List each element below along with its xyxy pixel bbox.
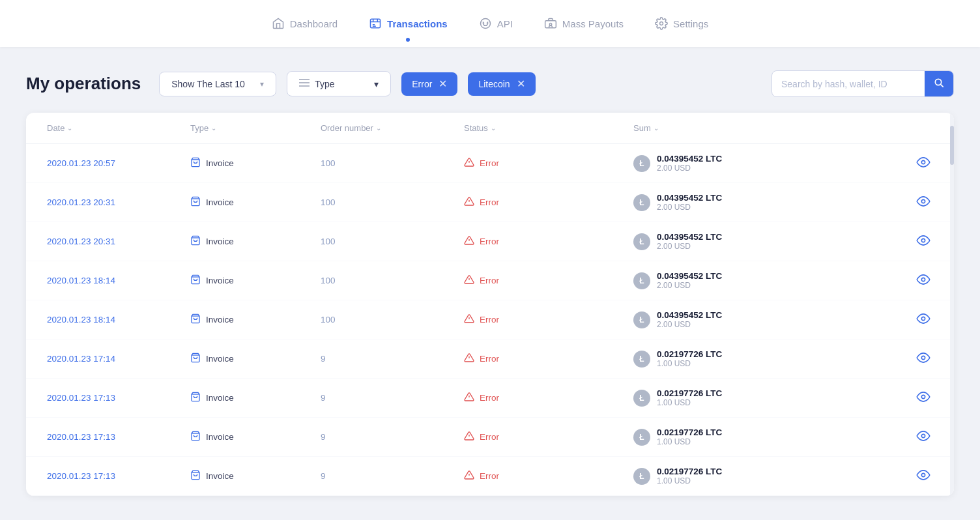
- view-button-5[interactable]: [914, 349, 933, 369]
- view-button-2[interactable]: [914, 231, 933, 252]
- cell-date-7: 2020.01.23 17:13: [47, 432, 190, 442]
- sum-primary-7: 0.02197726 LTC: [657, 427, 722, 437]
- ltc-coin-icon: Ł: [633, 429, 650, 446]
- cell-status-5: Error: [464, 353, 633, 365]
- scrollbar-track[interactable]: [950, 113, 954, 496]
- cell-order-7: 9: [321, 432, 464, 442]
- sort-type-icon[interactable]: ⌄: [211, 124, 216, 132]
- sum-secondary-3: 2.00 USD: [657, 281, 722, 290]
- litecoin-filter-chip[interactable]: Litecoin ✕: [468, 72, 535, 96]
- svg-point-21: [921, 238, 925, 242]
- api-icon: [479, 17, 492, 30]
- nav-item-transactions[interactable]: Transactions: [369, 17, 448, 30]
- sort-order-icon[interactable]: ⌄: [376, 124, 381, 132]
- view-button-3[interactable]: [914, 270, 933, 291]
- list-icon: [299, 78, 310, 89]
- nav-label-dashboard: Dashboard: [290, 18, 338, 29]
- search-button[interactable]: [925, 71, 953, 96]
- cell-date-3: 2020.01.23 18:14: [47, 276, 190, 285]
- cell-type-5: Invoice: [190, 353, 321, 365]
- sum-secondary-0: 2.00 USD: [657, 164, 722, 173]
- sum-primary-2: 0.04395452 LTC: [657, 232, 722, 242]
- col-header-status: Status ⌄: [464, 123, 633, 133]
- cell-sum-7: Ł 0.02197726 LTC 1.00 USD: [633, 427, 902, 446]
- transactions-icon: [369, 17, 382, 30]
- svg-line-9: [941, 85, 944, 87]
- sum-secondary-7: 1.00 USD: [657, 437, 722, 446]
- svg-point-29: [921, 317, 925, 320]
- table-card: Date ⌄ Type ⌄ Order number ⌄ Status ⌄ Su…: [26, 113, 954, 496]
- svg-point-4: [660, 22, 663, 25]
- col-header-sum: Sum ⌄: [633, 123, 902, 133]
- cell-date-4: 2020.01.23 18:14: [47, 315, 190, 325]
- nav-item-api[interactable]: API: [479, 17, 513, 30]
- table-row: 2020.01.23 18:14 Invoice 100 Error: [26, 261, 954, 300]
- show-last-dropdown[interactable]: Show The Last 10 ▾: [159, 72, 276, 96]
- cart-icon: [190, 353, 201, 365]
- table-row: 2020.01.23 18:14 Invoice 100 Error: [26, 300, 954, 339]
- cell-eye-5: [902, 349, 933, 369]
- ltc-coin-icon: Ł: [633, 468, 650, 485]
- warning-icon: [464, 470, 474, 482]
- error-close-icon[interactable]: ✕: [439, 79, 447, 89]
- cell-order-4: 100: [321, 315, 464, 325]
- sum-secondary-4: 2.00 USD: [657, 320, 722, 329]
- search-box: [771, 70, 954, 97]
- error-chip-label: Error: [412, 79, 432, 89]
- error-filter-chip[interactable]: Error ✕: [401, 72, 457, 96]
- cell-eye-0: [902, 153, 933, 173]
- sum-secondary-2: 2.00 USD: [657, 242, 722, 251]
- search-input[interactable]: [772, 72, 925, 96]
- litecoin-chip-label: Litecoin: [478, 79, 510, 89]
- cell-order-6: 9: [321, 393, 464, 403]
- chevron-down-icon: ▾: [260, 79, 264, 89]
- view-button-4[interactable]: [914, 310, 933, 330]
- cell-type-1: Invoice: [190, 196, 321, 209]
- cell-date-1: 2020.01.23 20:31: [47, 197, 190, 207]
- search-icon: [934, 78, 944, 90]
- view-button-8[interactable]: [914, 466, 933, 486]
- ltc-coin-icon: Ł: [633, 155, 650, 172]
- view-button-6[interactable]: [914, 388, 933, 408]
- cell-status-1: Error: [464, 196, 633, 209]
- cell-type-7: Invoice: [190, 431, 321, 443]
- cell-date-0: 2020.01.23 20:57: [47, 158, 190, 168]
- nav-label-mass-payouts: Mass Payouts: [562, 18, 624, 29]
- sort-status-icon[interactable]: ⌄: [491, 124, 496, 132]
- cell-order-3: 100: [321, 276, 464, 285]
- main-content: My operations Show The Last 10 ▾ Type ▾: [0, 47, 980, 519]
- sort-sum-icon[interactable]: ⌄: [654, 124, 659, 132]
- view-button-0[interactable]: [914, 153, 933, 173]
- svg-point-8: [935, 79, 941, 85]
- nav-item-settings[interactable]: Settings: [655, 17, 708, 30]
- warning-icon: [464, 235, 474, 248]
- svg-point-1: [480, 19, 490, 29]
- cell-sum-3: Ł 0.04395452 LTC 2.00 USD: [633, 271, 902, 290]
- col-header-actions: [902, 123, 933, 133]
- cell-status-7: Error: [464, 431, 633, 443]
- table-row: 2020.01.23 17:13 Invoice 9 Error: [26, 418, 954, 457]
- page-title: My operations: [26, 74, 141, 94]
- sort-date-icon[interactable]: ⌄: [67, 124, 72, 132]
- sum-primary-4: 0.04395452 LTC: [657, 310, 722, 320]
- warning-icon: [464, 196, 474, 209]
- litecoin-close-icon[interactable]: ✕: [517, 79, 525, 89]
- nav-item-mass-payouts[interactable]: Mass Payouts: [544, 17, 624, 30]
- ltc-coin-icon: Ł: [633, 311, 650, 328]
- nav-item-dashboard[interactable]: Dashboard: [272, 17, 338, 30]
- scrollbar-thumb[interactable]: [950, 126, 954, 165]
- ltc-coin-icon: Ł: [633, 351, 650, 368]
- view-button-1[interactable]: [914, 192, 933, 212]
- cell-date-2: 2020.01.23 20:31: [47, 237, 190, 246]
- table-row: 2020.01.23 17:14 Invoice 9 Error: [26, 339, 954, 379]
- warning-icon: [464, 392, 474, 404]
- type-filter-dropdown[interactable]: Type ▾: [287, 71, 391, 96]
- svg-point-13: [921, 160, 925, 164]
- nav-label-api: API: [497, 18, 513, 29]
- cell-status-0: Error: [464, 157, 633, 169]
- sum-primary-0: 0.04395452 LTC: [657, 154, 722, 164]
- type-filter-label: Type: [315, 79, 334, 89]
- col-header-type: Type ⌄: [190, 123, 321, 133]
- cell-type-0: Invoice: [190, 157, 321, 169]
- view-button-7[interactable]: [914, 427, 933, 447]
